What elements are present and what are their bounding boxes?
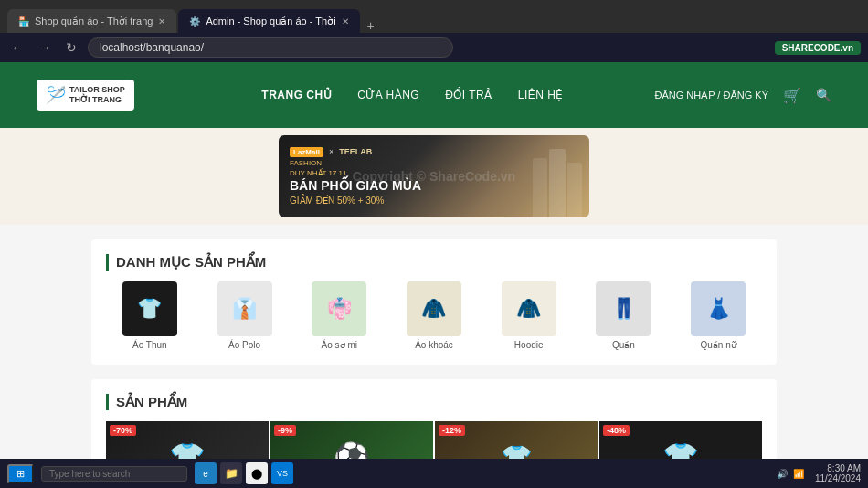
category-quan[interactable]: 👖 Quần — [580, 281, 668, 350]
browser-nav: ← → ↻ SHARECODE.vn — [0, 33, 868, 62]
category-ao-so-mi[interactable]: 👘 Áo sơ mi — [295, 281, 383, 350]
tab-1-close[interactable]: ✕ — [158, 16, 165, 27]
category-title: DANH MỤC SẢN PHẨM — [106, 254, 762, 271]
nav-cua-hang[interactable]: CỬA HÀNG — [357, 89, 419, 101]
network-icon: 📶 — [793, 469, 804, 479]
category-ao-thun[interactable]: 👕 Áo Thun — [106, 281, 194, 350]
nav-right: SHARECODE.vn — [775, 41, 861, 55]
site-header: 🪡 TAILOR SHOP THỜI TRANG TRANG CHỦ CỬA H… — [0, 62, 868, 128]
lazmall-badge: LazMall — [290, 147, 323, 157]
category-ao-thun-img: 👕 — [122, 281, 177, 336]
taskbar-chrome-icon[interactable]: ⬤ — [246, 462, 268, 484]
banner-content: LazMall × TEELAB FASHION DUY NHẤT 17.11 … — [290, 147, 578, 206]
taskbar: ⊞ e 📁 ⬤ VS 🔊 📶 8:30 AM 11/24/2024 — [0, 459, 868, 488]
category-ao-polo-label: Áo Polo — [228, 340, 260, 350]
category-ao-so-mi-img: 👘 — [312, 281, 366, 336]
taskbar-icons: e 📁 ⬤ VS — [195, 462, 293, 484]
address-bar[interactable] — [88, 37, 453, 58]
date-display: 11/24/2024 — [815, 473, 861, 483]
banner-date: DUY NHẤT 17.11 — [290, 169, 578, 177]
banner-area: Copyright © ShareCode.vn LazMall × TEELA… — [0, 128, 868, 225]
website-content: 🪡 TAILOR SHOP THỜI TRANG TRANG CHỦ CỬA H… — [0, 62, 868, 459]
category-hoodie-label: Hoodie — [514, 340, 544, 350]
nav-trang-chu[interactable]: TRANG CHỦ — [261, 89, 332, 101]
products-section: SẢN PHẨM -70% 👕 -9% ⚽ -12% 👕 -48% 👕 — [91, 379, 777, 459]
main-content: DANH MỤC SẢN PHẨM 👕 Áo Thun 👔 Áo Polo — [0, 225, 868, 459]
time-display: 8:30 AM — [815, 463, 861, 473]
banner-main-text: BÁN PHỐI GIAO MÙA — [290, 179, 578, 193]
category-ao-polo-img: 👔 — [217, 281, 272, 336]
teelab-brand: TEELAB — [339, 147, 372, 156]
logo-text-line2: THỜI TRANG — [69, 95, 125, 105]
nav-lien-he[interactable]: LIÊN HỆ — [518, 89, 564, 101]
browser-tabs: 🏪 Shop quần áo - Thời trang ✕ ⚙️ Admin -… — [7, 0, 380, 33]
category-ao-khoac[interactable]: 🧥 Áo khoác — [390, 281, 478, 350]
tab-2-close[interactable]: ✕ — [342, 16, 349, 27]
category-grid: 👕 Áo Thun 👔 Áo Polo 👘 Áo sơ mi — [106, 281, 762, 350]
refresh-button[interactable]: ↻ — [62, 38, 80, 57]
product-card-2[interactable]: -9% ⚽ — [270, 421, 433, 459]
new-tab-button[interactable]: + — [362, 18, 380, 33]
category-ao-so-mi-label: Áo sơ mi — [322, 340, 357, 350]
header-right: ĐĂNG NHẬP / ĐĂNG KÝ 🛒 🔍 — [654, 87, 831, 104]
search-button[interactable]: 🔍 — [816, 88, 831, 102]
tab-1-label: Shop quần áo - Thời trang — [35, 16, 153, 27]
discount1: GIẢM ĐẾN 50% — [290, 196, 355, 206]
product-card-1[interactable]: -70% 👕 — [106, 421, 269, 459]
discount2: + 30% — [358, 196, 385, 206]
category-hoodie[interactable]: 🧥 Hoodie — [485, 281, 573, 350]
login-link[interactable]: ĐĂNG NHẬP / ĐĂNG KÝ — [654, 90, 768, 101]
banner-top: LazMall × TEELAB — [290, 147, 578, 157]
category-quan-nu-img: 👗 — [691, 281, 746, 336]
taskbar-folder-icon[interactable]: 📁 — [220, 462, 242, 484]
category-section: DANH MỤC SẢN PHẨM 👕 Áo Thun 👔 Áo Polo — [91, 239, 777, 365]
taskbar-right: 🔊 📶 8:30 AM 11/24/2024 — [777, 463, 861, 483]
forward-button[interactable]: → — [35, 38, 55, 57]
category-ao-khoac-label: Áo khoác — [415, 340, 453, 350]
start-button[interactable]: ⊞ — [7, 464, 34, 483]
main-nav: TRANG CHỦ CỬA HÀNG ĐỔI TRẢ LIÊN HỆ — [171, 89, 655, 101]
discount-badge-1: -70% — [110, 425, 136, 436]
taskbar-edge-icon[interactable]: e — [195, 462, 217, 484]
sharecode-logo: SHARECODE.vn — [775, 41, 861, 55]
browser-chrome: 🏪 Shop quần áo - Thời trang ✕ ⚙️ Admin -… — [0, 0, 868, 33]
product-card-3[interactable]: -12% 👕 — [435, 421, 598, 459]
back-button[interactable]: ← — [7, 38, 27, 57]
tab-2-label: Admin - Shop quần áo - Thời — [206, 16, 335, 27]
volume-icon: 🔊 — [777, 469, 788, 479]
products-grid: -70% 👕 -9% ⚽ -12% 👕 -48% 👕 — [106, 421, 762, 459]
banner-discount: GIẢM ĐẾN 50% + 30% — [290, 196, 578, 206]
logo-text-line1: TAILOR SHOP — [69, 85, 125, 95]
nav-doi-tra[interactable]: ĐỔI TRẢ — [445, 89, 492, 101]
tab-2[interactable]: ⚙️ Admin - Shop quần áo - Thời ✕ — [178, 9, 359, 33]
taskbar-time: 8:30 AM 11/24/2024 — [815, 463, 861, 483]
category-ao-khoac-img: 🧥 — [407, 281, 461, 336]
category-ao-thun-label: Áo Thun — [132, 340, 167, 350]
category-ao-polo[interactable]: 👔 Áo Polo — [201, 281, 289, 350]
logo-icon: 🪡 — [46, 85, 66, 105]
site-logo[interactable]: 🪡 TAILOR SHOP THỜI TRANG — [37, 80, 134, 111]
discount-badge-2: -9% — [274, 425, 296, 436]
category-quan-nu-label: Quần nữ — [701, 340, 736, 350]
taskbar-sys-icons: 🔊 📶 — [777, 469, 804, 479]
taskbar-vscode-icon[interactable]: VS — [271, 462, 293, 484]
tab-1[interactable]: 🏪 Shop quần áo - Thời trang ✕ — [7, 9, 176, 33]
cart-button[interactable]: 🛒 — [783, 87, 801, 104]
taskbar-search[interactable] — [41, 466, 187, 482]
category-hoodie-img: 🧥 — [502, 281, 556, 336]
category-quan-label: Quần — [612, 340, 635, 350]
category-quan-nu[interactable]: 👗 Quần nữ — [674, 281, 762, 350]
banner-fashion: FASHION — [290, 159, 578, 167]
discount-badge-4: -48% — [603, 425, 630, 436]
banner-image[interactable]: LazMall × TEELAB FASHION DUY NHẤT 17.11 … — [279, 135, 589, 217]
category-quan-img: 👖 — [596, 281, 651, 336]
discount-badge-3: -12% — [439, 425, 465, 436]
product-card-4[interactable]: -48% 👕 — [599, 421, 762, 459]
banner-x: × — [329, 147, 333, 156]
products-title: SẢN PHẨM — [106, 394, 762, 410]
